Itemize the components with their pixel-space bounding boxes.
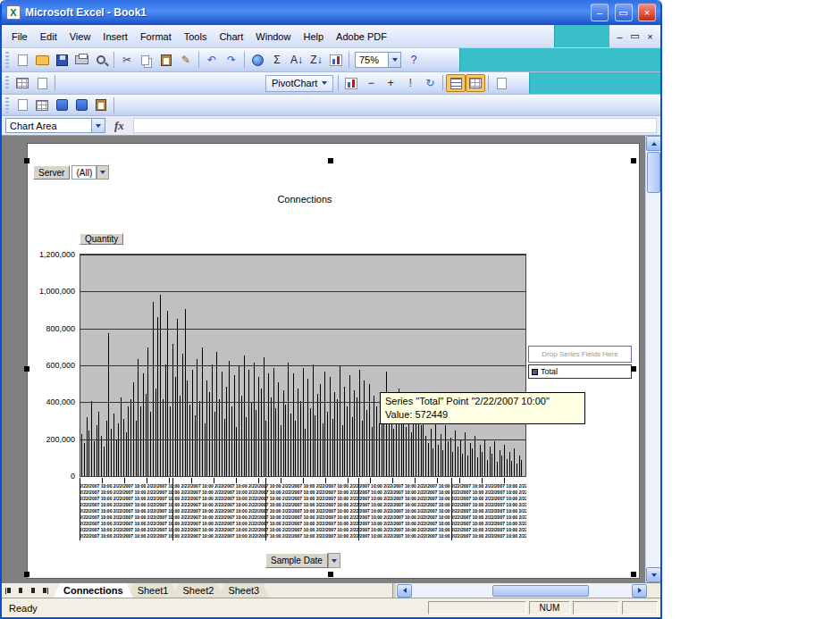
bar[interactable] bbox=[406, 427, 407, 476]
bar[interactable] bbox=[315, 415, 315, 476]
bar[interactable] bbox=[234, 375, 235, 476]
bar[interactable] bbox=[111, 429, 112, 476]
bar[interactable] bbox=[160, 295, 161, 476]
menu-adobe-pdf[interactable]: Adobe PDF bbox=[330, 29, 393, 45]
bar[interactable] bbox=[313, 364, 314, 476]
bar[interactable] bbox=[205, 423, 206, 476]
bar[interactable] bbox=[101, 436, 102, 476]
bar[interactable] bbox=[192, 370, 193, 476]
chart-title[interactable]: Connections bbox=[171, 194, 439, 205]
bar[interactable] bbox=[504, 445, 505, 476]
bar[interactable] bbox=[146, 394, 147, 476]
bar[interactable] bbox=[337, 399, 338, 476]
last-sheet-button[interactable] bbox=[39, 583, 52, 598]
bar[interactable] bbox=[472, 448, 473, 476]
bar[interactable] bbox=[209, 392, 210, 476]
update-data-icon[interactable]: ↻ bbox=[420, 74, 440, 92]
first-sheet-button[interactable] bbox=[2, 583, 14, 598]
server-field-button[interactable]: Server bbox=[33, 165, 70, 180]
close-button[interactable]: × bbox=[638, 4, 656, 21]
bar[interactable] bbox=[452, 452, 453, 476]
save-icon[interactable] bbox=[52, 51, 71, 69]
bar[interactable] bbox=[288, 363, 289, 476]
bar[interactable] bbox=[359, 370, 360, 476]
bar[interactable] bbox=[458, 447, 458, 476]
bar[interactable] bbox=[460, 439, 461, 476]
bar[interactable] bbox=[330, 377, 331, 476]
bar[interactable] bbox=[231, 406, 232, 476]
quantity-field-button[interactable]: Quantity bbox=[80, 233, 123, 245]
bar[interactable] bbox=[450, 438, 451, 476]
bar[interactable] bbox=[421, 425, 422, 476]
bar[interactable] bbox=[349, 375, 350, 476]
bar[interactable] bbox=[224, 419, 225, 476]
bar[interactable] bbox=[273, 368, 274, 476]
bar[interactable] bbox=[347, 406, 348, 476]
bar[interactable] bbox=[519, 456, 520, 476]
bar[interactable] bbox=[290, 414, 291, 476]
bar[interactable] bbox=[389, 419, 390, 476]
bar[interactable] bbox=[97, 425, 97, 476]
bar[interactable] bbox=[106, 421, 107, 476]
bar[interactable] bbox=[147, 347, 148, 476]
bar[interactable] bbox=[511, 461, 512, 476]
bar[interactable] bbox=[320, 384, 321, 476]
bar[interactable] bbox=[136, 421, 137, 476]
bar[interactable] bbox=[226, 387, 227, 476]
selection-handle[interactable] bbox=[24, 572, 29, 577]
bar[interactable] bbox=[133, 382, 134, 476]
bar[interactable] bbox=[305, 429, 306, 476]
bar[interactable] bbox=[163, 399, 164, 476]
bar[interactable] bbox=[445, 425, 446, 476]
bar[interactable] bbox=[401, 421, 402, 476]
bar[interactable] bbox=[477, 457, 478, 476]
bar[interactable] bbox=[187, 381, 188, 476]
format-painter-icon[interactable]: ✎ bbox=[176, 51, 196, 69]
bar[interactable] bbox=[507, 459, 508, 476]
name-box[interactable]: Chart Area bbox=[5, 118, 105, 133]
bar[interactable] bbox=[514, 448, 515, 476]
pivot-menu-icon[interactable] bbox=[13, 74, 32, 92]
bar[interactable] bbox=[416, 417, 416, 476]
bar[interactable] bbox=[130, 399, 131, 476]
previous-sheet-button[interactable] bbox=[14, 583, 27, 598]
bar[interactable] bbox=[369, 384, 370, 476]
bar[interactable] bbox=[195, 415, 196, 476]
plot-area[interactable] bbox=[80, 254, 526, 477]
bar[interactable] bbox=[433, 448, 433, 476]
bar[interactable] bbox=[307, 379, 308, 476]
bar[interactable] bbox=[246, 417, 247, 476]
bar[interactable] bbox=[128, 406, 129, 476]
bar[interactable] bbox=[435, 421, 436, 476]
bar[interactable] bbox=[199, 401, 200, 476]
selection-handle[interactable] bbox=[631, 572, 636, 577]
sample-date-field-button[interactable]: Sample Date bbox=[265, 553, 328, 568]
bar[interactable] bbox=[265, 421, 266, 476]
bar[interactable] bbox=[81, 434, 82, 476]
print-preview-icon[interactable] bbox=[91, 51, 111, 69]
sheet-tab-connections[interactable]: Connections bbox=[54, 583, 133, 598]
workbook-close-button[interactable]: × bbox=[643, 31, 658, 42]
bar[interactable] bbox=[425, 436, 426, 476]
bar[interactable] bbox=[185, 309, 186, 476]
sample-date-dropdown-icon[interactable] bbox=[328, 553, 340, 568]
menu-window[interactable]: Window bbox=[249, 29, 297, 45]
sheet-tab-sheet2[interactable]: Sheet2 bbox=[173, 583, 224, 598]
selection-handle[interactable] bbox=[631, 158, 636, 163]
bar[interactable] bbox=[167, 311, 168, 476]
vertical-scroll-thumb[interactable] bbox=[647, 152, 660, 193]
bar[interactable] bbox=[517, 464, 517, 476]
bar[interactable] bbox=[121, 397, 122, 476]
bar[interactable] bbox=[202, 347, 203, 476]
bar[interactable] bbox=[501, 456, 502, 476]
chart-legend[interactable]: Total bbox=[528, 364, 632, 379]
bar[interactable] bbox=[140, 406, 141, 476]
bar[interactable] bbox=[494, 441, 495, 476]
bar[interactable] bbox=[393, 429, 394, 476]
horizontal-scroll-track[interactable] bbox=[412, 584, 632, 598]
bar[interactable] bbox=[431, 429, 432, 476]
drop-series-fields-zone[interactable]: Drop Series Fields Here bbox=[528, 346, 632, 363]
bar[interactable] bbox=[490, 447, 491, 476]
bar[interactable] bbox=[275, 408, 276, 476]
bar[interactable] bbox=[441, 434, 441, 476]
